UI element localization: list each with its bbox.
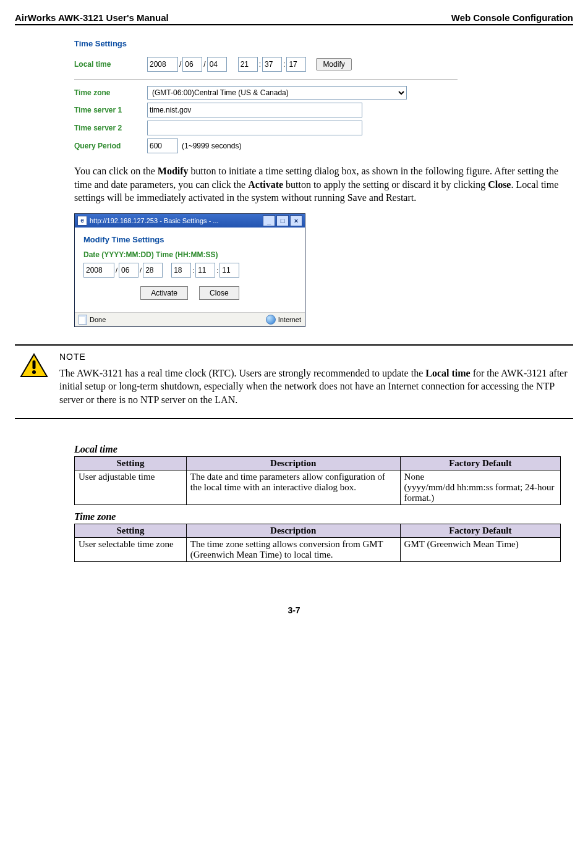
local-time-min[interactable] — [262, 57, 282, 72]
cell-setting: User adjustable time — [75, 470, 187, 504]
table-row: User selectable time zone The time zone … — [75, 537, 561, 561]
warning-icon — [20, 353, 48, 378]
local-time-day[interactable] — [207, 57, 227, 72]
status-internet: Internet — [278, 316, 301, 323]
status-done: Done — [90, 316, 106, 323]
note-title: NOTE — [59, 352, 568, 362]
dlg-month[interactable] — [119, 263, 138, 278]
note-body: The AWK-3121 has a real time clock (RTC)… — [59, 367, 568, 407]
svg-point-2 — [32, 370, 36, 374]
maximize-icon[interactable]: □ — [276, 215, 289, 226]
dlg-sec[interactable] — [219, 263, 239, 278]
query-period-hint: (1~9999 seconds) — [182, 142, 241, 150]
dlg-hour[interactable] — [171, 263, 191, 278]
local-time-row: Local time / / : : Modify — [74, 57, 458, 72]
body-paragraph: You can click on the Modify button to in… — [74, 164, 561, 205]
query-period-label: Query Period — [74, 142, 147, 150]
minimize-icon[interactable]: _ — [263, 215, 275, 226]
th-desc: Description — [186, 524, 400, 537]
divider — [74, 79, 458, 80]
ie-icon: e — [77, 216, 87, 226]
time-zone-label: Time zone — [74, 88, 147, 97]
svg-rect-1 — [33, 360, 36, 369]
local-time-month[interactable] — [182, 57, 202, 72]
header-right: Web Console Configuration — [451, 12, 573, 23]
header-left: AirWorks AWK-3121 User's Manual — [15, 12, 169, 23]
page-header: AirWorks AWK-3121 User's Manual Web Cons… — [15, 12, 573, 25]
cell-default: GMT (Greenwich Mean Time) — [400, 537, 560, 561]
time-settings-panel: Time Settings Local time / / : : Modify … — [74, 39, 458, 153]
note-callout: NOTE The AWK-3121 has a real time clock … — [15, 344, 573, 419]
local-time-table-title: Local time — [74, 444, 561, 455]
dialog-subheading: Date (YYYY:MM:DD) Time (HH:MM:SS) — [83, 250, 296, 259]
globe-icon — [266, 315, 276, 325]
dialog-url: http://192.168.127.253 - Basic Settings … — [90, 217, 219, 224]
page-number: 3-7 — [15, 605, 573, 615]
time-server-1-label: Time server 1 — [74, 106, 147, 114]
dlg-min[interactable] — [195, 263, 215, 278]
activate-button[interactable]: Activate — [140, 286, 188, 300]
dialog-heading: Modify Time Settings — [83, 235, 296, 244]
dialog-statusbar: Done Internet — [75, 312, 305, 326]
time-zone-table: Setting Description Factory Default User… — [74, 524, 561, 562]
cell-desc: The time zone setting allows conversion … — [186, 537, 400, 561]
cell-desc: The date and time parameters allow confi… — [186, 470, 400, 504]
time-zone-table-title: Time zone — [74, 511, 561, 522]
time-sep: : — [259, 60, 261, 69]
th-desc: Description — [186, 456, 400, 470]
close-icon[interactable]: × — [290, 215, 302, 226]
page-icon — [79, 315, 87, 325]
local-time-sec[interactable] — [286, 57, 306, 72]
local-time-year[interactable] — [147, 57, 178, 72]
time-server-2-input[interactable] — [147, 121, 362, 135]
th-default: Factory Default — [400, 456, 560, 470]
local-time-hour[interactable] — [238, 57, 258, 72]
th-setting: Setting — [75, 524, 187, 537]
time-server-1-input[interactable] — [147, 103, 362, 117]
local-time-label: Local time — [74, 60, 147, 69]
cell-default: None (yyyy/mm/dd hh:mm:ss format; 24-hou… — [400, 470, 560, 504]
dialog-titlebar: e http://192.168.127.253 - Basic Setting… — [75, 214, 305, 228]
th-setting: Setting — [75, 456, 187, 470]
date-sep-2: / — [203, 60, 205, 69]
modify-button[interactable]: Modify — [316, 58, 351, 70]
dlg-year[interactable] — [83, 263, 114, 278]
time-server-2-label: Time server 2 — [74, 124, 147, 132]
time-sep-2: : — [283, 60, 285, 69]
table-row: User adjustable time The date and time p… — [75, 470, 561, 504]
query-period-input[interactable] — [147, 138, 178, 153]
time-zone-select[interactable]: (GMT-06:00)Central Time (US & Canada) — [147, 86, 407, 100]
close-button[interactable]: Close — [199, 286, 239, 300]
th-default: Factory Default — [400, 524, 560, 537]
time-settings-title: Time Settings — [74, 39, 458, 48]
modify-time-dialog: e http://192.168.127.253 - Basic Setting… — [74, 213, 305, 327]
cell-setting: User selectable time zone — [75, 537, 187, 561]
local-time-table: Setting Description Factory Default User… — [74, 456, 561, 505]
dlg-day[interactable] — [143, 263, 163, 278]
date-sep: / — [179, 60, 181, 69]
